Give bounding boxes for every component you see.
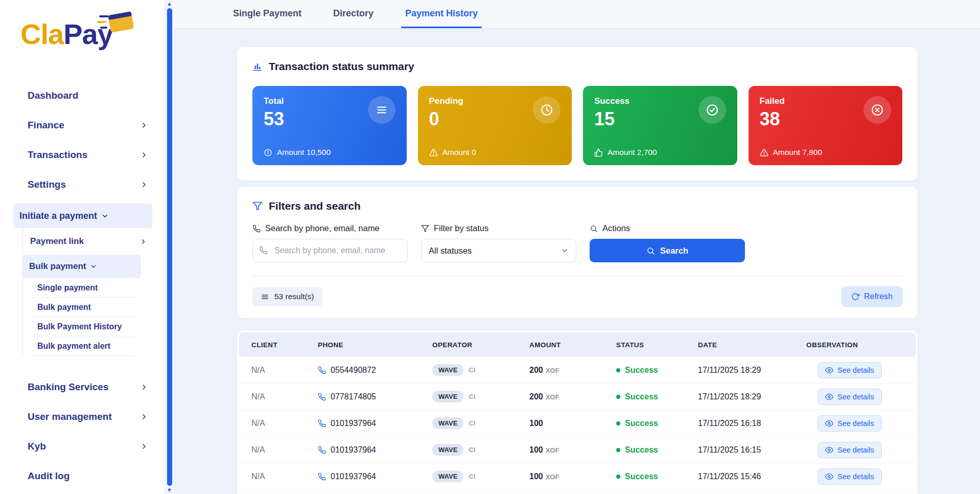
sidebar-item-audit-log[interactable]: Audit log [0, 461, 165, 491]
eye-icon [825, 393, 833, 401]
status-dot [616, 421, 620, 425]
actions-column: Actions Search [590, 223, 745, 262]
sidebar-item-dashboard[interactable]: Dashboard [0, 81, 165, 110]
cell-observation: See details [806, 468, 903, 485]
sidebar-item-bulk-payment-history[interactable]: Bulk Payment History [30, 317, 136, 336]
sidebar-item-transactions[interactable]: Transactions [0, 140, 165, 170]
main-area: Single Payment Directory Payment History… [174, 0, 980, 494]
sidebar-item-single-payment[interactable]: Single payment [30, 278, 136, 298]
cell-date: 17/11/2025 16:18 [698, 419, 806, 428]
stat-value: 15 [594, 108, 629, 130]
stat-value: 38 [760, 108, 785, 130]
tab-directory[interactable]: Directory [329, 0, 378, 28]
chevron-down-icon [561, 246, 569, 255]
sidebar-item-label: Banking Services [28, 381, 108, 393]
cell-status: Success [616, 472, 698, 481]
table-header-row: CLIENT PHONE OPERATOR AMOUNT STATUS DATE… [239, 332, 916, 357]
column-header-phone: PHONE [318, 341, 432, 349]
sidebar-item-label: Finance [28, 120, 64, 131]
amount-value: 200 [529, 392, 543, 401]
warning-icon [429, 148, 438, 157]
check-circle-icon [698, 96, 726, 124]
stat-card-pending: Pending 0 Amount 0 [418, 86, 572, 165]
amount-value: 100 [529, 472, 543, 481]
sidebar-item-kyb[interactable]: Kyb [0, 432, 165, 461]
sidebar-item-bulk-payment-group[interactable]: Bulk payment [23, 255, 141, 278]
sidebar-item-payment-link[interactable]: Payment link [23, 228, 165, 255]
chevron-right-icon [140, 442, 148, 451]
see-details-button[interactable]: See details [818, 389, 882, 405]
refresh-icon [851, 293, 859, 301]
see-details-button[interactable]: See details [818, 415, 882, 432]
cell-amount: 200XOF [529, 392, 616, 401]
sidebar-item-label: Initiate a payment [19, 211, 97, 221]
chevron-right-icon [139, 238, 147, 245]
search-icon [590, 224, 598, 233]
summary-card: Transaction status summary Total 53 [237, 47, 918, 181]
sidebar-item-initiate-a-payment[interactable]: Initiate a payment [13, 204, 152, 228]
operator-badge: WAVE [432, 444, 463, 456]
sidebar-item-banking-services[interactable]: Banking Services [0, 372, 165, 402]
brand-logo: ClaPay [0, 0, 165, 77]
scroll-down-icon[interactable]: ▼ [167, 487, 172, 493]
cell-amount: 200XOF [529, 366, 616, 375]
search-input[interactable] [252, 239, 408, 262]
vertical-scrollbar[interactable]: ▲ ▼ [165, 0, 174, 494]
results-count-badge: 53 result(s) [252, 287, 322, 306]
filters-title: Filters and search [269, 200, 361, 212]
see-details-button[interactable]: See details [818, 362, 882, 378]
sidebar-item-settings[interactable]: Settings [0, 170, 165, 199]
search-column: Search by phone, email, name [252, 223, 408, 262]
list-icon [368, 96, 395, 124]
eye-icon [825, 473, 833, 481]
search-button[interactable]: Search [590, 239, 745, 262]
page-content: Transaction status summary Total 53 [237, 47, 918, 494]
status-text: Success [625, 472, 658, 481]
scroll-up-icon[interactable]: ▲ [167, 1, 172, 7]
status-text: Success [625, 366, 658, 375]
cell-amount: 100XOF [529, 472, 616, 481]
sidebar-item-finance[interactable]: Finance [0, 110, 165, 140]
sidebar-item-label: Settings [28, 179, 66, 190]
sidebar-item-user-management[interactable]: User management [0, 402, 165, 432]
sidebar-item-bulk-payment-alert[interactable]: Bulk payment alert [30, 336, 136, 356]
stat-value: 53 [264, 108, 284, 130]
actions-label: Actions [602, 223, 630, 233]
scrollbar-thumb[interactable] [167, 8, 172, 486]
cell-date: 17/11/2025 18:29 [698, 392, 806, 401]
phone-icon [252, 224, 261, 233]
results-row: 53 result(s) Refresh [252, 286, 902, 307]
search-label-row: Search by phone, email, name [252, 223, 408, 233]
status-dot [616, 448, 620, 452]
amount-value: 100 [529, 419, 543, 428]
currency-code: XOF [546, 367, 559, 374]
operator-badge: WAVE [432, 391, 463, 402]
tab-single-payment[interactable]: Single Payment [229, 0, 306, 28]
table-row: N/A 0554490872 WAVECI 200XOF Success 17/… [239, 357, 916, 384]
tab-payment-history[interactable]: Payment History [401, 0, 482, 28]
see-details-button[interactable]: See details [818, 442, 882, 458]
warning-icon [760, 148, 768, 157]
sidebar-bottom-group: Banking Services User management Kyb Aud… [0, 372, 165, 491]
cell-client: N/A [251, 419, 318, 428]
sidebar-nav: Dashboard Finance Transactions Settings … [0, 77, 165, 491]
stat-card-total: Total 53 Amount 10,500 [252, 86, 407, 165]
cell-observation: See details [806, 362, 903, 378]
column-header-status: STATUS [616, 341, 698, 349]
see-details-label: See details [837, 366, 874, 374]
sidebar-item-bulk-payment[interactable]: Bulk payment [30, 298, 136, 317]
refresh-button[interactable]: Refresh [842, 286, 902, 307]
see-details-button[interactable]: See details [818, 468, 882, 485]
tab-bar: Single Payment Directory Payment History [174, 0, 980, 29]
filter-row: Search by phone, email, name Filter by s… [252, 223, 902, 276]
funnel-icon [252, 201, 263, 211]
stat-card-success: Success 15 Amount 2,700 [583, 86, 737, 165]
cell-date: 17/11/2025 16:15 [698, 445, 806, 455]
stat-card-failed: Failed 38 Amount 7,800 [749, 86, 903, 165]
sidebar-item-label: Bulk payment [37, 303, 91, 312]
tab-label: Payment History [405, 8, 478, 19]
phone-number: 0778174805 [331, 392, 376, 401]
chevron-right-icon [140, 121, 148, 129]
status-select[interactable]: All statuses [421, 239, 576, 262]
app-root: ClaPay Dashboard Finance Transactions Se… [0, 0, 980, 494]
